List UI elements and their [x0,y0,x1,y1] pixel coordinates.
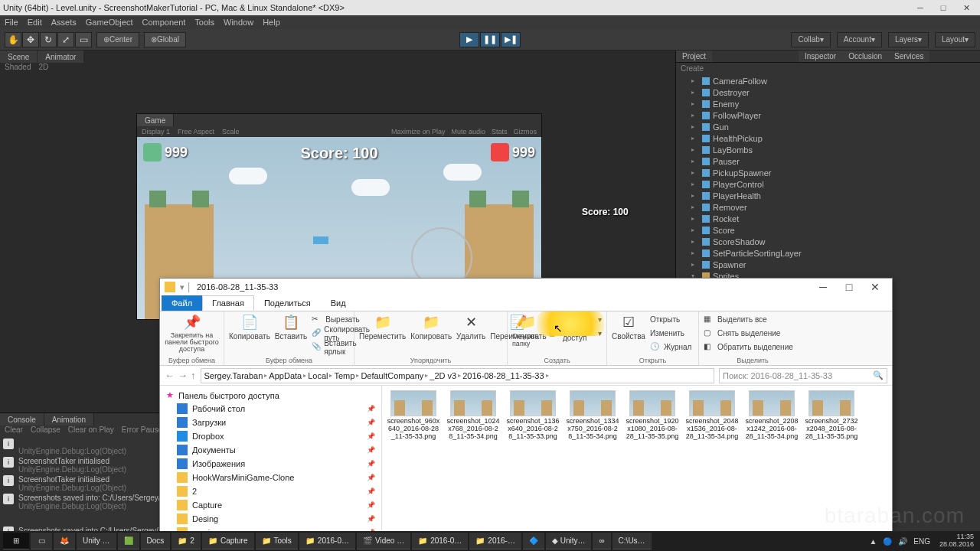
space-toggle[interactable]: ⊗ Global [144,32,186,47]
nav-item[interactable]: HookWarsMiniGame-Clone📌 [160,471,381,484]
tree-item[interactable]: ▸Gun [676,121,980,132]
menu-item[interactable]: Help [263,18,280,27]
copyto-button[interactable]: 📁Копировать [410,313,452,341]
menu-item[interactable]: Edit [28,18,42,27]
start-button[interactable]: ⊞ [3,533,29,549]
selectinvert-button[interactable]: ◧Обратить выделение [704,341,793,354]
taskbar-app[interactable]: C:\Us… [612,533,652,549]
tree-item[interactable]: ▸Spawner [676,259,980,270]
collapse-toggle[interactable]: Collapse [31,425,60,436]
nav-item[interactable]: 2📌 [160,484,381,498]
explorer-maximize[interactable]: □ [837,279,861,295]
rect-tool[interactable]: ▭ [75,32,92,47]
inspector-tab[interactable]: Inspector [799,51,842,62]
taskbar-app[interactable]: 🦊 [54,533,75,549]
taskbar-app[interactable]: 📁 Tools [256,533,298,549]
stats-toggle[interactable]: Stats [492,128,508,135]
open-button[interactable]: Открыть [650,313,692,326]
quick-access[interactable]: ★Панель быстрого доступа [160,389,381,402]
taskbar-app[interactable]: 🟩 [118,533,139,549]
nav-item[interactable]: Изображения📌 [160,457,381,471]
console-tab[interactable]: Console [0,413,44,425]
crumb[interactable]: AppData ▸ [269,371,306,380]
crumb[interactable]: _2D v3 ▸ [430,371,461,380]
nav-item[interactable]: Рабочий стол📌 [160,402,381,416]
maximize-toggle[interactable]: Maximize on Play [391,128,446,135]
project-tab[interactable]: Project [676,51,712,62]
selectall-button[interactable]: ▦Выделить все [704,313,793,326]
tree-item[interactable]: ▸Pauser [676,155,980,167]
file-item[interactable]: screenshot_1136x640_2016-08-28_11-35-33.… [506,390,560,441]
taskbar-app[interactable]: 🔷 [523,533,544,549]
crumb[interactable]: DefaultCompany ▸ [361,371,428,380]
services-tab[interactable]: Services [888,51,929,62]
menu-item[interactable]: Window [224,18,253,27]
breadcrumb[interactable]: Sergey.Taraban ▸AppData ▸Local ▸Temp ▸De… [201,368,715,383]
nav-item[interactable]: Capture📌 [160,498,381,512]
file-item[interactable]: screenshot_2732x2048_2016-08-28_11-35-35… [805,390,858,441]
paste-button[interactable]: 📋Вставить [275,313,307,341]
back-button[interactable]: ← [165,370,175,381]
tree-item[interactable]: ▸CameraFollow [676,75,980,86]
account-dropdown[interactable]: Account ▾ [837,32,882,47]
tree-item[interactable]: ▸FollowPlayer [676,109,980,121]
tree-item[interactable]: ▸HealthPickup [676,132,980,144]
forward-button[interactable]: → [178,370,188,381]
nav-item[interactable]: Dropbox📌 [160,429,381,443]
crumb[interactable]: Local ▸ [308,371,332,380]
tree-item[interactable]: ▸Rocket [676,213,980,224]
hand-tool[interactable]: ✋ [5,32,21,47]
ribbon-tab-file[interactable]: Файл [162,295,202,311]
game-tab[interactable]: Game [137,114,174,126]
crumb[interactable]: Temp ▸ [334,371,359,380]
tree-item[interactable]: ▸Remover [676,201,980,213]
properties-button[interactable]: ☑Свойства [612,313,645,341]
tree-item[interactable]: ▸ScoreShadow [676,236,980,247]
tree-item[interactable]: ▸SetParticleSortingLayer [676,247,980,259]
taskbar-app[interactable]: 🎬 Video … [357,533,410,549]
occlusion-tab[interactable]: Occlusion [842,51,888,62]
menu-item[interactable]: Component [142,18,185,27]
ribbon-tab-share[interactable]: Поделиться [254,295,321,311]
ribbon-tab-home[interactable]: Главная [202,295,254,311]
tree-item[interactable]: ▸PickupSpawner [676,167,980,178]
minimize-button[interactable]: ─ [910,1,931,15]
close-button[interactable]: ✕ [956,1,977,15]
tree-item[interactable]: ▸Enemy [676,98,980,109]
clear-button[interactable]: Clear [5,425,23,436]
shading-mode[interactable]: Shaded [5,63,31,73]
tray-icon[interactable]: 🔵 [883,537,892,546]
animation-tab[interactable]: Animation [44,413,94,425]
ribbon-tab-view[interactable]: Вид [321,295,356,311]
gizmos-toggle[interactable]: Gizmos [513,128,537,135]
tree-item[interactable]: ▸PlayerControl [676,178,980,190]
edit-button[interactable]: Изменить [650,327,692,340]
display-select[interactable]: Display 1 [142,128,170,135]
moveto-button[interactable]: 📁Переместить [359,313,406,341]
tray-clock[interactable]: 11:3528.08.2016 [936,533,977,549]
tree-item[interactable]: ▸LayBombs [676,144,980,155]
tray-icon[interactable]: ▲ [869,537,877,546]
2d-toggle[interactable]: 2D [38,63,48,73]
file-item[interactable]: screenshot_960x640_2016-08-28_11-35-33.p… [387,390,440,441]
rotate-tool[interactable]: ↻ [40,32,57,47]
file-item[interactable]: screenshot_1334x750_2016-08-28_11-35-34.… [566,390,619,441]
scene-tab[interactable]: Scene [0,51,37,63]
scale-tool[interactable]: ⤢ [57,32,74,47]
scale-slider[interactable]: Scale [222,128,240,135]
layers-dropdown[interactable]: Layers ▾ [888,32,929,47]
nav-item[interactable]: Desing📌 [160,512,381,526]
taskbar-app[interactable]: 📁 2 [172,533,201,549]
search-input[interactable]: Поиск: 2016-08-28_11-35-33🔍 [719,368,887,383]
taskbar-app[interactable]: ∞ [593,533,610,549]
history-button[interactable]: 🕓Журнал [650,341,692,354]
animator-tab[interactable]: Animator [38,51,83,63]
menu-item[interactable]: Tools [194,18,214,27]
menu-item[interactable]: GameObject [86,18,133,27]
pause-button[interactable]: ❚❚ [480,32,500,47]
explorer-title-bar[interactable]: ▾ │ 2016-08-28_11-35-33 ─ □ ✕ [160,279,892,295]
tree-item[interactable]: ▸Destroyer [676,86,980,98]
create-menu[interactable]: Create [681,64,704,73]
taskbar-app[interactable]: 📁 Capture [202,533,254,549]
file-pane[interactable]: screenshot_960x640_2016-08-28_11-35-33.p… [382,386,892,531]
